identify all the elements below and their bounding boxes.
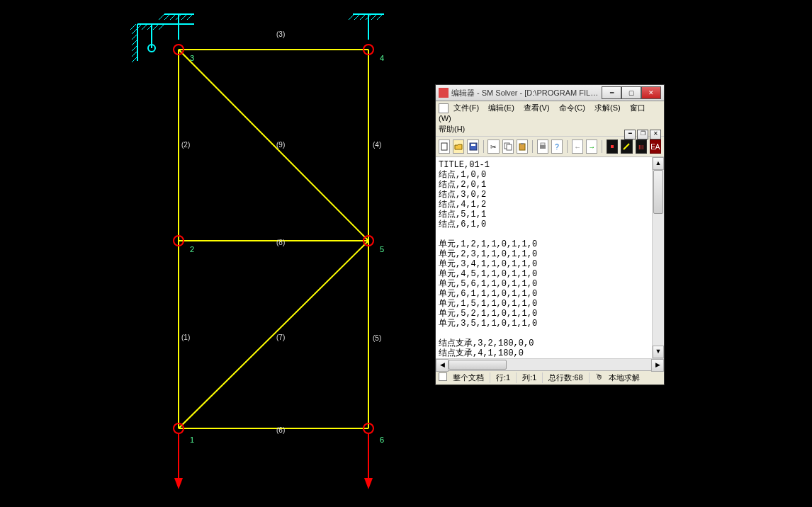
menu-command[interactable]: 命令(C) (559, 103, 585, 112)
statusbar: 整个文档 行:1 列:1 总行数:68 🖰 本地求解 (436, 370, 664, 384)
node-label: 6 (380, 435, 384, 444)
svg-line-36 (377, 14, 383, 20)
node-label: 2 (190, 245, 194, 254)
h-scroll-thumb[interactable] (449, 360, 507, 370)
svg-text:III: III (638, 144, 644, 151)
menu-solve[interactable]: 求解(S) (594, 103, 621, 112)
member-label: (1) (181, 334, 190, 341)
node-label: 3 (190, 54, 194, 62)
member-label: (9) (276, 141, 285, 149)
status-solve: 本地求解 (609, 372, 645, 383)
svg-line-25 (132, 40, 137, 45)
doc-icon (439, 103, 449, 113)
mdi-restore[interactable]: ❐ (637, 130, 648, 139)
member-label: (3) (276, 30, 285, 38)
member-label: (8) (276, 239, 285, 246)
mode1-icon[interactable] (607, 139, 618, 154)
about-icon[interactable]: ? (551, 139, 563, 154)
mdi-close[interactable]: ✕ (650, 130, 661, 139)
member-7 (179, 241, 368, 428)
svg-line-19 (181, 14, 187, 20)
editor-textarea[interactable]: TITLE,01-1 结点,1,0,0 结点,2,0,1 结点,3,0,2 结点… (436, 157, 652, 358)
status-total: 总行数:68 (548, 372, 589, 383)
window-title: 编辑器 - SM Solver - [D:\PROGRAM FILES\结... (451, 88, 602, 98)
app-icon (439, 88, 449, 98)
menu-help[interactable]: 帮助(H) (439, 125, 465, 133)
minimize-button[interactable]: ━ (602, 86, 621, 99)
back-arrow-icon[interactable]: ← (572, 139, 583, 154)
svg-line-32 (354, 14, 360, 20)
node-label: 1 (190, 435, 194, 444)
titlebar[interactable]: 编辑器 - SM Solver - [D:\PROGRAM FILES\结...… (436, 85, 664, 101)
svg-rect-48 (540, 145, 546, 149)
svg-line-15 (170, 14, 176, 20)
member-label: (4) (373, 141, 381, 149)
svg-rect-51 (611, 145, 614, 148)
load-arrow-icon (364, 434, 373, 489)
svg-rect-47 (521, 143, 524, 144)
status-row: 行:1 (496, 372, 517, 383)
svg-line-33 (360, 14, 366, 20)
svg-line-13 (164, 14, 170, 20)
svg-line-28 (132, 57, 137, 62)
forward-arrow-icon[interactable]: → (586, 139, 597, 154)
mdi-minimize[interactable]: ━ (624, 130, 636, 139)
status-doc: 整个文档 (453, 372, 490, 383)
member-9 (179, 50, 368, 241)
svg-line-14 (142, 24, 147, 30)
svg-line-35 (371, 14, 377, 20)
svg-rect-43 (471, 144, 475, 146)
maximize-button[interactable]: ▢ (621, 86, 641, 99)
pin-support-icon (349, 14, 384, 40)
vertical-scrollbar[interactable]: ▲ ▼ (652, 157, 664, 358)
horizontal-scrollbar[interactable]: ◀ ▶ (436, 358, 664, 370)
svg-rect-41 (441, 143, 447, 150)
v-scroll-thumb[interactable] (653, 170, 663, 214)
svg-line-23 (132, 28, 137, 34)
status-solve-icon: 🖰 (595, 372, 603, 383)
svg-rect-49 (541, 143, 545, 145)
member-label: (7) (276, 334, 285, 341)
svg-marker-40 (364, 478, 373, 489)
scroll-left-button[interactable]: ◀ (436, 359, 449, 372)
print-icon[interactable] (537, 139, 548, 154)
svg-rect-46 (519, 144, 525, 150)
node-label: 5 (380, 245, 384, 254)
svg-rect-45 (507, 144, 512, 150)
structural-diagram: (1)(2)(3)(4)(5)(6)(7)(8)(9)123456 (0, 0, 425, 507)
close-button[interactable]: ✕ (641, 86, 661, 99)
menubar: 文件(F) 编辑(E) 查看(V) 命令(C) 求解(S) 窗口(W) 帮助(H… (436, 101, 664, 137)
mode2-icon[interactable] (621, 139, 632, 154)
save-icon[interactable] (467, 139, 478, 154)
open-file-icon[interactable] (453, 139, 464, 154)
member-label: (5) (373, 334, 381, 342)
svg-line-11 (159, 14, 164, 20)
menu-file[interactable]: 文件(F) (453, 103, 479, 112)
copy-icon[interactable] (502, 139, 514, 154)
paste-icon[interactable] (517, 139, 528, 154)
cut-icon[interactable]: ✂ (487, 139, 499, 154)
member-label: (6) (276, 426, 285, 434)
new-file-icon[interactable] (439, 139, 450, 154)
svg-line-20 (159, 24, 164, 30)
scroll-down-button[interactable]: ▼ (653, 346, 664, 358)
menu-view[interactable]: 查看(V) (524, 103, 550, 112)
window-controls: ━ ▢ ✕ (602, 86, 661, 99)
status-checkbox[interactable] (439, 372, 447, 381)
svg-line-21 (187, 14, 193, 20)
mode3-icon[interactable]: III (636, 139, 647, 154)
svg-line-27 (132, 51, 137, 57)
toolbar: ✂ ? ← → III EA (436, 137, 664, 157)
member-label: (2) (181, 141, 190, 149)
status-col: 列:1 (522, 372, 543, 383)
load-arrow-icon (174, 434, 183, 489)
node-label: 4 (380, 54, 384, 62)
ea-icon[interactable]: EA (650, 139, 661, 154)
svg-line-10 (130, 24, 136, 30)
scroll-up-button[interactable]: ▲ (653, 157, 664, 170)
svg-line-26 (132, 45, 137, 51)
menu-edit[interactable]: 编辑(E) (488, 103, 514, 112)
svg-line-18 (153, 24, 159, 30)
svg-line-24 (132, 34, 137, 40)
scroll-right-button[interactable]: ▶ (651, 359, 664, 372)
